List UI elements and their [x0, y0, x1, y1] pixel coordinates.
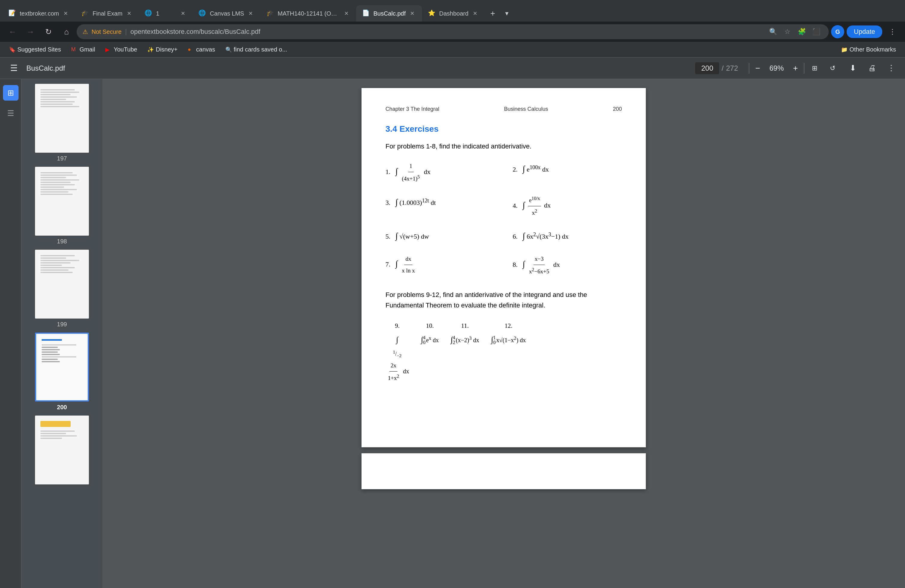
- bookmark-gmail[interactable]: M Gmail: [67, 44, 99, 56]
- update-button[interactable]: Update: [847, 25, 882, 38]
- thumbnail-197[interactable]: 197: [35, 84, 89, 162]
- integral-symbol-4: ∫: [522, 200, 525, 209]
- thumb-line: [41, 356, 76, 358]
- bookmark-other[interactable]: 📁 Other Bookmarks: [837, 44, 900, 56]
- thumb-line: [40, 103, 73, 105]
- pdf-book-label: Business Calculus: [504, 106, 548, 112]
- thumb-line: [40, 186, 64, 188]
- thumb-line: [41, 359, 58, 360]
- pdf-menu-button[interactable]: ☰: [6, 60, 22, 76]
- bookmark-youtube[interactable]: ▶ YouTube: [101, 44, 141, 56]
- thumbnail-201[interactable]: [35, 416, 89, 485]
- tab-math140[interactable]: 🎓 MATH140-12141 (ONL... ✕: [260, 5, 356, 22]
- tab-dashboard[interactable]: ⭐ Dashboard ✕: [422, 5, 485, 22]
- url-bar[interactable]: ⚠ Not Secure | opentextbookstore.com/bus…: [76, 24, 829, 39]
- bookmark-icon[interactable]: ☆: [781, 25, 794, 38]
- tab-dashboard-close[interactable]: ✕: [472, 10, 478, 17]
- pdf-problems-9-12: 9. ∫ 1/−2 2x 1+x2 dx 10.: [386, 319, 622, 384]
- bookmark-disney[interactable]: ✨ Disney+: [143, 44, 182, 56]
- profile-avatar[interactable]: G: [831, 25, 844, 38]
- integral-10: ∫40: [421, 332, 426, 348]
- tab-buscalc-close[interactable]: ✕: [409, 10, 416, 17]
- back-button[interactable]: ←: [5, 24, 21, 40]
- browser-menu-button[interactable]: ⋮: [884, 24, 900, 40]
- url-bar-row: ← → ↻ ⌂ ⚠ Not Secure | opentextbookstore…: [0, 22, 905, 42]
- thumb-lines-201: [38, 418, 86, 441]
- integral-symbol-7: ∫: [395, 259, 398, 268]
- thumb-line: [40, 89, 75, 91]
- reload-button[interactable]: ↻: [41, 24, 56, 40]
- outline-view-button[interactable]: ☰: [3, 105, 19, 121]
- tab-canvas-lms-close[interactable]: ✕: [247, 10, 254, 17]
- extensions-icon[interactable]: 🧩: [795, 25, 808, 38]
- problem-12: 12. ∫10 x√(1−x2) dx: [491, 319, 526, 384]
- thumb-line: [41, 344, 76, 345]
- forward-button[interactable]: →: [23, 24, 38, 40]
- problem-3-expr: (1.0003)12t dt: [400, 199, 436, 206]
- pdf-content-area[interactable]: Chapter 3 The Integral Business Calculus…: [102, 79, 905, 588]
- tab-textbroker[interactable]: 📝 textbroker.com ✕: [2, 5, 75, 22]
- zoom-divider-right: [804, 63, 805, 74]
- pdf-page-201-partial: [362, 453, 646, 489]
- thumbnail-img-197: [35, 84, 89, 153]
- bookmark-canvas-label: canvas: [196, 46, 215, 53]
- tab-textbroker-close[interactable]: ✕: [62, 10, 69, 17]
- sidebar-toggle-icon[interactable]: ⬛: [810, 25, 823, 38]
- thumbnail-198[interactable]: 198: [35, 167, 89, 245]
- pdf-more-button[interactable]: ⋮: [883, 60, 899, 76]
- tab-overflow-button[interactable]: ▾: [501, 5, 513, 22]
- problem-10-expr: ex dx: [426, 333, 439, 346]
- bookmark-canvas[interactable]: ● canvas: [183, 44, 219, 56]
- bookmark-disney-label: Disney+: [156, 46, 178, 53]
- tab-math140-close[interactable]: ✕: [343, 10, 350, 17]
- problem-4-num: 4.: [513, 202, 521, 209]
- problem-10-num: 10.: [426, 319, 433, 332]
- thumbnail-view-button[interactable]: ⊞: [3, 85, 19, 100]
- thumbnail-200-num: 200: [57, 404, 67, 411]
- frac-4: e10/x x2: [528, 194, 541, 219]
- new-tab-button[interactable]: +: [484, 5, 501, 22]
- problem-2-num: 2.: [513, 165, 521, 173]
- bookmark-suggested-sites[interactable]: 🔖 Suggested Sites: [5, 44, 65, 56]
- bookmark-gmail-label: Gmail: [79, 46, 95, 53]
- rotate-button[interactable]: ↺: [825, 60, 840, 76]
- pdf-sidebar-icons: ⊞ ☰: [0, 79, 22, 588]
- thumb-line: [40, 189, 77, 190]
- tab-globe1-close[interactable]: ✕: [179, 10, 186, 17]
- tab-globe1[interactable]: 🌐 1 ✕: [138, 5, 192, 22]
- thumb-line: [40, 182, 71, 183]
- canvas-bm-icon: ●: [187, 46, 194, 53]
- thumb-line: [40, 191, 68, 192]
- bookmark-find-cards[interactable]: 🔍 find cards saved o...: [221, 44, 292, 56]
- pdf-page-input[interactable]: [695, 62, 719, 74]
- thumbnail-200[interactable]: 200: [35, 333, 89, 411]
- home-button[interactable]: ⌂: [59, 24, 74, 40]
- problem-11-expr: (x−2)3 dx: [456, 333, 479, 346]
- zoom-out-button[interactable]: −: [752, 62, 764, 74]
- bookmark-suggested-label: Suggested Sites: [17, 46, 61, 53]
- final-exam-favicon: 🎓: [81, 9, 89, 17]
- url-divider: |: [125, 28, 127, 36]
- integral-11: ∫42: [451, 332, 455, 348]
- thumb-line: [40, 177, 66, 178]
- thumbnail-img-200: [35, 333, 89, 402]
- integral-symbol-2: ∫: [522, 164, 525, 173]
- tab-canvas-lms[interactable]: 🌐 Canvas LMS ✕: [192, 5, 260, 22]
- pdf-print-button[interactable]: 🖨: [864, 60, 880, 76]
- tab-math140-label: MATH140-12141 (ONL...: [278, 10, 340, 17]
- pdf-download-button[interactable]: ⬇: [845, 60, 861, 76]
- url-address[interactable]: opentextbookstore.com/buscalc/BusCalc.pd…: [130, 28, 763, 36]
- thumb-line: [40, 106, 79, 107]
- security-warning-icon: ⚠: [83, 28, 88, 35]
- thumb-line: [40, 96, 77, 98]
- problem-8: 8. ∫ x−3 x2−6x+5 dx: [513, 253, 622, 277]
- search-icon[interactable]: 🔍: [767, 25, 780, 38]
- fit-page-button[interactable]: ⊞: [807, 60, 822, 76]
- thumbnail-199[interactable]: 199: [35, 250, 89, 328]
- tab-buscalc[interactable]: 📄 BusCalc.pdf ✕: [356, 5, 422, 22]
- tab-final-exam-close[interactable]: ✕: [125, 10, 133, 17]
- tab-final-exam[interactable]: 🎓 Final Exam ✕: [75, 5, 138, 22]
- zoom-in-button[interactable]: +: [789, 62, 802, 74]
- problem-6-expr: 6x2√(3x3−1) dx: [527, 233, 568, 240]
- pdf-page-200: Chapter 3 The Integral Business Calculus…: [362, 88, 646, 447]
